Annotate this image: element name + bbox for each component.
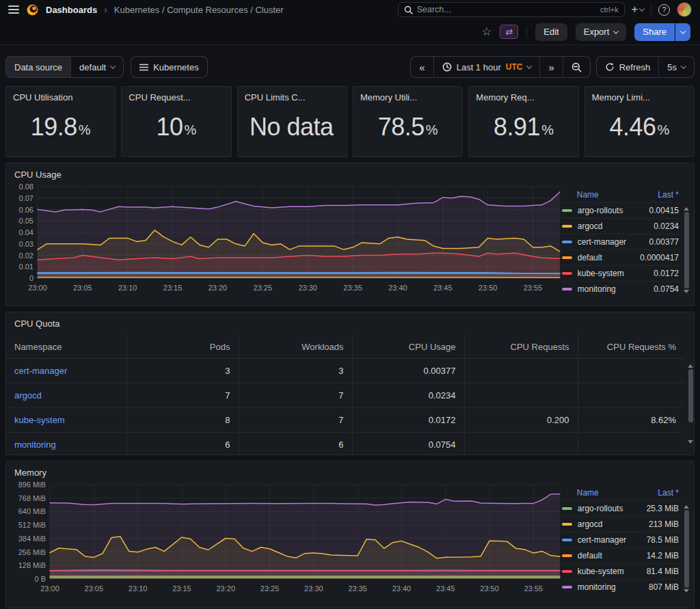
share-menu-button[interactable]	[675, 23, 690, 41]
series-color-icon	[562, 586, 572, 588]
namespace-link[interactable]: argocd	[14, 390, 42, 401]
svg-text:23:40: 23:40	[392, 584, 412, 593]
legend-last-header[interactable]: Last *	[658, 190, 679, 200]
refresh-group: Refresh 5s	[596, 56, 695, 78]
refresh-icon	[605, 62, 615, 72]
legend-series-item[interactable]: kube-system 81.4 MiB	[561, 563, 680, 579]
svg-text:384 MiB: 384 MiB	[18, 534, 46, 543]
cpu-usage-chart[interactable]: 23:0023:0523:1023:1523:2023:2523:3023:35…	[9, 181, 561, 296]
panel-title: Memory	[6, 461, 694, 479]
new-button[interactable]: +	[632, 4, 644, 15]
scroll-down-icon[interactable]	[684, 290, 689, 293]
legend-series-item[interactable]: default 0.0000417	[561, 249, 680, 265]
time-range-back-button[interactable]: «	[411, 57, 433, 77]
chevron-down-icon	[526, 63, 532, 68]
namespace-link[interactable]: cert-manager	[14, 366, 67, 376]
memory-legend: Name Last * argo-rollouts 25.3 MiB argoc…	[561, 486, 690, 597]
time-range-forward-button[interactable]: »	[539, 57, 562, 77]
series-name: kube-system	[578, 269, 624, 278]
breadcrumb-dashboards[interactable]: Dashboards	[46, 5, 97, 15]
svg-text:23:35: 23:35	[348, 584, 367, 593]
svg-text:23:00: 23:00	[28, 284, 47, 292]
legend-scrollbar[interactable]	[683, 504, 690, 599]
series-name: monitoring	[578, 284, 616, 294]
series-last-value: 14.2 MiB	[647, 551, 679, 560]
legend-name-header[interactable]: Name	[577, 488, 599, 498]
column-header[interactable]: Workloads	[239, 336, 352, 359]
time-range-picker[interactable]: Last 1 hour UTC	[433, 57, 540, 77]
scrollbar-thumb[interactable]	[688, 369, 693, 422]
zoom-out-button[interactable]	[563, 57, 590, 77]
svg-text:23:50: 23:50	[479, 284, 498, 292]
menu-icon[interactable]	[8, 5, 19, 14]
legend-series-item[interactable]: argocd 0.0234	[561, 218, 680, 234]
zoom-out-icon	[571, 62, 582, 72]
legend-series-item[interactable]: default 14.2 MiB	[561, 547, 680, 563]
memory-chart[interactable]: 23:0023:0523:1023:1523:2023:2523:3023:35…	[9, 479, 561, 597]
chevron-down-icon	[110, 63, 116, 68]
column-header[interactable]: CPU Requests	[464, 336, 578, 359]
stat-panel: CPU Limits C... No data	[237, 86, 347, 157]
legend-scrollbar[interactable]	[683, 206, 690, 300]
stat-value: 8.91%	[476, 103, 571, 151]
legend-header: Name Last *	[561, 188, 680, 202]
svg-text:640 MiB: 640 MiB	[18, 507, 46, 515]
legend-series-item[interactable]: cert-manager 78.5 MiB	[561, 532, 680, 547]
legend-series-item[interactable]: cert-manager 0.00377	[561, 234, 680, 249]
chevron-down-icon	[613, 28, 619, 33]
column-header[interactable]: CPU Usage	[352, 336, 464, 359]
grafana-logo-icon[interactable]	[26, 3, 39, 16]
kubernetes-filter-button[interactable]: Kubernetes	[131, 56, 208, 78]
scrollbar-thumb[interactable]	[684, 212, 689, 288]
table-cell: 8	[126, 408, 239, 433]
column-header[interactable]: Pods	[126, 336, 239, 359]
legend-name-header[interactable]: Name	[577, 190, 599, 200]
scroll-up-icon[interactable]	[684, 505, 689, 509]
refresh-interval-select[interactable]: 5s	[658, 57, 694, 77]
star-icon[interactable]: ☆	[481, 25, 492, 39]
scroll-down-icon[interactable]	[684, 589, 689, 593]
export-button[interactable]: Export	[576, 23, 627, 41]
scroll-down-icon[interactable]	[688, 440, 693, 444]
svg-text:0.05: 0.05	[19, 217, 33, 225]
scroll-up-icon[interactable]	[688, 364, 693, 368]
svg-text:23:25: 23:25	[260, 584, 280, 593]
refresh-button[interactable]: Refresh	[597, 57, 659, 77]
series-color-icon	[562, 272, 572, 275]
stat-value: No data	[245, 103, 340, 151]
help-icon[interactable]: ?	[658, 4, 670, 16]
edit-button[interactable]: Edit	[535, 23, 567, 41]
series-name: default	[578, 551, 602, 560]
column-header[interactable]: CPU Requests %	[578, 336, 684, 359]
namespace-link[interactable]: kube-system	[14, 415, 65, 425]
scrollbar-thumb[interactable]	[684, 510, 689, 588]
legend-series-item[interactable]: kube-system 0.0172	[561, 265, 680, 281]
datasource-select[interactable]: default	[70, 57, 123, 77]
legend-series-item[interactable]: monitoring 807 MiB	[561, 579, 680, 595]
top-nav: Dashboards › Kubernetes / Compute Resour…	[0, 0, 700, 19]
legend-series-item[interactable]: argo-rollouts 0.00415	[561, 202, 680, 218]
table-cell: 0.0172	[352, 408, 464, 433]
namespace-link[interactable]: monitoring	[14, 439, 56, 450]
legend-series-item[interactable]: argocd 213 MiB	[561, 516, 680, 532]
share-button[interactable]: Share	[634, 23, 675, 41]
series-name: cert-manager	[578, 535, 626, 545]
svg-text:23:05: 23:05	[73, 284, 92, 292]
search-input[interactable]	[417, 5, 596, 14]
svg-text:23:05: 23:05	[85, 584, 104, 593]
avatar[interactable]	[677, 2, 692, 17]
stat-title: Memory Utili...	[360, 92, 455, 103]
scroll-up-icon[interactable]	[684, 207, 689, 211]
shared-dashboard-icon[interactable]: ⇄	[500, 25, 518, 39]
plus-icon: +	[632, 4, 638, 15]
search-box[interactable]: ctrl+k	[398, 2, 625, 17]
legend-series-item[interactable]: monitoring 0.0754	[561, 281, 680, 297]
table-cell: 6	[126, 433, 239, 456]
svg-text:23:20: 23:20	[216, 584, 235, 593]
legend-series-item[interactable]: argo-rollouts 25.3 MiB	[561, 500, 680, 516]
table-scrollbar[interactable]	[687, 363, 694, 445]
breadcrumb-page[interactable]: Kubernetes / Compute Resources / Cluster	[114, 5, 284, 15]
table-cell	[464, 433, 578, 456]
legend-last-header[interactable]: Last *	[658, 488, 679, 498]
column-header[interactable]: Namespace	[6, 336, 126, 359]
